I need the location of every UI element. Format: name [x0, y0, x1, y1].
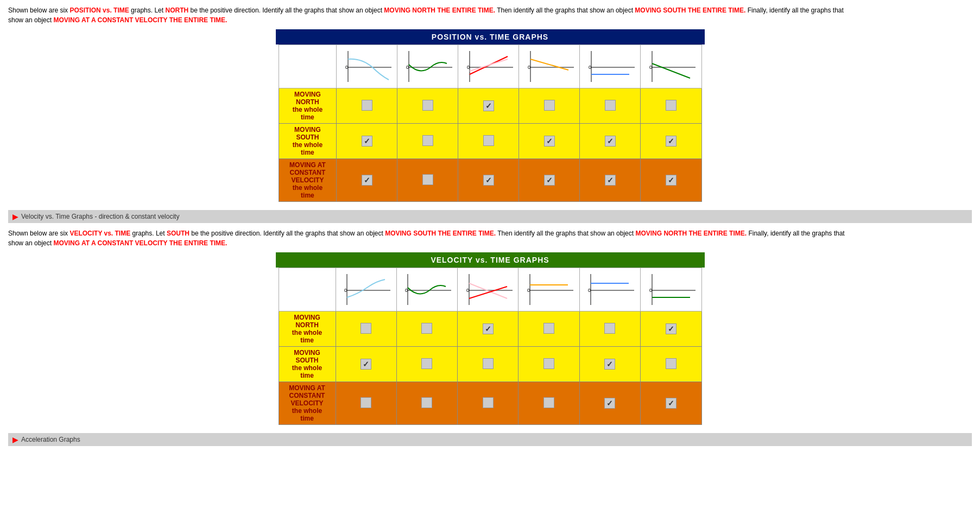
checkbox-2-2-4[interactable]	[543, 358, 554, 369]
divider-icon-2: ▶	[12, 435, 18, 444]
checkbox-2-3-2[interactable]	[421, 397, 432, 408]
check-2-3-2[interactable]	[396, 382, 457, 425]
checkbox-1-1-6[interactable]	[666, 100, 676, 111]
check-2-3-1[interactable]	[336, 382, 396, 425]
check-2-3-3[interactable]	[458, 382, 519, 425]
check-1-1-3[interactable]	[458, 88, 519, 124]
check-1-3-1[interactable]	[337, 159, 397, 202]
svg-text:0: 0	[528, 65, 530, 70]
check-1-3-3[interactable]	[458, 159, 519, 202]
check-2-3-6[interactable]	[641, 382, 701, 425]
checkbox-1-2-4[interactable]	[544, 136, 555, 147]
graph-cell-2-5: 0	[579, 268, 640, 311]
section1-instruction: Shown below are six POSITION vs. TIME gr…	[8, 5, 972, 25]
checkbox-2-1-1[interactable]	[361, 323, 371, 334]
checkbox-2-2-2[interactable]	[421, 358, 432, 369]
check-2-1-1[interactable]	[336, 311, 396, 347]
check-2-2-1[interactable]	[336, 347, 396, 382]
s2-highlight4: MOVING NORTH THE ENTIRE TIME.	[635, 230, 747, 237]
svg-text:0: 0	[406, 65, 409, 70]
s2-highlight1: VELOCITY vs. TIME	[69, 230, 130, 237]
check-1-1-4[interactable]	[519, 88, 580, 124]
check-1-3-2[interactable]	[397, 159, 458, 202]
graph-cell-2-6: 0	[641, 268, 701, 311]
checkbox-2-3-3[interactable]	[483, 397, 494, 408]
checkbox-2-2-5[interactable]	[604, 359, 615, 370]
graph-svg-1-3: 0	[461, 48, 516, 84]
svg-line-22	[652, 63, 690, 78]
check-1-3-4[interactable]	[519, 159, 580, 202]
checkbox-2-3-5[interactable]	[604, 398, 615, 409]
check-2-3-5[interactable]	[579, 382, 640, 425]
checkbox-2-1-4[interactable]	[543, 323, 554, 334]
checkbox-1-1-5[interactable]	[605, 100, 616, 111]
checkbox-2-3-1[interactable]	[361, 397, 371, 408]
checkbox-2-1-5[interactable]	[604, 323, 615, 334]
svg-text:0: 0	[649, 288, 652, 293]
check-1-2-2[interactable]	[397, 124, 458, 159]
checkbox-1-1-4[interactable]	[544, 100, 555, 111]
checkbox-2-3-4[interactable]	[543, 397, 554, 408]
check-1-2-6[interactable]	[641, 124, 701, 159]
check-1-1-6[interactable]	[641, 88, 701, 124]
check-2-2-5[interactable]	[579, 347, 640, 382]
svg-text:0: 0	[466, 288, 469, 293]
checkbox-1-1-3[interactable]	[483, 100, 494, 111]
checkbox-2-2-6[interactable]	[666, 358, 676, 369]
s1-highlight5: MOVING AT A CONSTANT VELOCITY THE ENTIRE…	[53, 16, 227, 24]
checkbox-1-3-4[interactable]	[544, 175, 555, 186]
check-1-1-1[interactable]	[337, 88, 397, 124]
check-2-1-3[interactable]	[458, 311, 519, 347]
check-1-3-6[interactable]	[641, 159, 701, 202]
check-2-2-2[interactable]	[396, 347, 457, 382]
checkbox-1-2-6[interactable]	[666, 136, 676, 147]
check-2-1-2[interactable]	[396, 311, 457, 347]
s2-highlight5: MOVING AT A CONSTANT VELOCITY THE ENTIRE…	[53, 239, 227, 247]
s2-highlight2: SOUTH	[167, 230, 189, 237]
graph-svg-1-6: 0	[644, 48, 698, 84]
check-2-2-4[interactable]	[519, 347, 579, 382]
checkbox-1-2-2[interactable]	[422, 135, 433, 146]
checkbox-1-3-6[interactable]	[666, 175, 676, 186]
label-constant-1: MOVING ATCONSTANTVELOCITYthe wholetime	[279, 159, 337, 202]
graph-svg-2-1: 0	[339, 271, 393, 307]
graph-cell-1-4: 0	[519, 45, 580, 88]
label-moving-north-2: MOVING NORTHthe wholetime	[279, 311, 336, 347]
check-2-1-4[interactable]	[519, 311, 579, 347]
checkbox-1-2-1[interactable]	[362, 136, 372, 147]
check-2-2-6[interactable]	[641, 347, 701, 382]
checkbox-1-3-5[interactable]	[605, 175, 616, 186]
check-1-2-3[interactable]	[458, 124, 519, 159]
graph-svg-2-6: 0	[644, 271, 698, 307]
check-1-2-5[interactable]	[580, 124, 641, 159]
checkbox-2-2-3[interactable]	[483, 358, 494, 369]
checkbox-2-2-1[interactable]	[361, 359, 371, 370]
graph-svg-2-4: 0	[522, 271, 576, 307]
checkbox-2-1-2[interactable]	[421, 323, 432, 334]
check-1-1-5[interactable]	[580, 88, 641, 124]
check-1-2-4[interactable]	[519, 124, 580, 159]
check-2-1-6[interactable]	[641, 311, 701, 347]
checkbox-1-1-1[interactable]	[362, 100, 372, 111]
checkbox-1-2-3[interactable]	[483, 135, 494, 146]
divider-label-1: Velocity vs. Time Graphs - direction & c…	[21, 213, 179, 220]
label-spacer-2	[279, 268, 336, 311]
check-2-3-4[interactable]	[519, 382, 579, 425]
divider-2: ▶ Acceleration Graphs	[8, 433, 972, 446]
check-2-2-3[interactable]	[458, 347, 519, 382]
checkbox-1-3-1[interactable]	[362, 175, 372, 186]
checkbox-1-1-2[interactable]	[422, 100, 433, 111]
graph-svg-1-1: 0	[340, 48, 394, 84]
checkbox-2-1-6[interactable]	[666, 323, 676, 334]
checkbox-2-3-6[interactable]	[666, 398, 676, 409]
check-1-1-2[interactable]	[397, 88, 458, 124]
check-1-3-5[interactable]	[580, 159, 641, 202]
checkbox-1-2-5[interactable]	[605, 136, 616, 147]
check-2-1-5[interactable]	[579, 311, 640, 347]
checkbox-2-1-3[interactable]	[483, 323, 494, 334]
checkbox-1-3-3[interactable]	[483, 175, 494, 186]
checkbox-1-3-2[interactable]	[422, 174, 433, 185]
row-constant-1: MOVING ATCONSTANTVELOCITYthe wholetime	[279, 159, 701, 202]
check-1-2-1[interactable]	[337, 124, 397, 159]
divider-label-2: Acceleration Graphs	[21, 436, 80, 443]
